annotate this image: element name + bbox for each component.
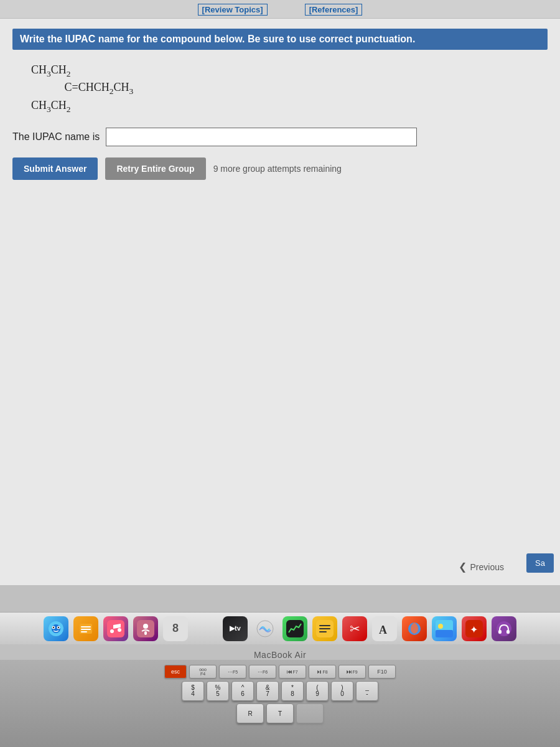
submit-answer-button[interactable]: Submit Answer [12, 157, 98, 180]
firefox-icon[interactable] [402, 616, 427, 641]
headphones-icon[interactable] [492, 616, 516, 641]
apple-tv-icon[interactable]: ▶tv [223, 616, 248, 641]
svg-rect-26 [436, 630, 453, 637]
svg-rect-7 [81, 626, 91, 627]
key-f6[interactable]: ⋯F6 [249, 665, 276, 679]
svg-rect-8 [81, 629, 91, 630]
taskbar: 8 ▶tv ✂ A [0, 612, 560, 644]
podcast-icon[interactable] [133, 616, 158, 641]
svg-text:A: A [379, 624, 387, 636]
notification-center-icon[interactable]: 8 [163, 616, 188, 641]
compound-structure: CH3CH2 C=CHCH2CH3 CH3CH2 [31, 62, 548, 115]
key-f9[interactable]: ⏭F9 [338, 665, 366, 679]
key-f8[interactable]: ⏯F8 [309, 665, 336, 679]
scissors-icon[interactable]: ✂ [342, 616, 367, 641]
svg-point-27 [438, 624, 443, 629]
wallpaper-icon[interactable] [432, 616, 457, 641]
iupac-label-text: The IUPAC name is [12, 131, 100, 143]
question-header: Write the IUPAC name for the compound be… [12, 29, 548, 50]
key-minus[interactable]: _ - [356, 681, 378, 701]
number-row: $ 4 % 5 ^ 6 & 7 * 8 ( 9 ) 0 _ - [12, 681, 548, 701]
key-4[interactable]: $ 4 [182, 681, 204, 701]
key-y[interactable] [296, 703, 324, 723]
separator1 [193, 616, 218, 641]
key-f10[interactable]: F10 [368, 665, 396, 679]
svg-point-5 [58, 626, 59, 627]
macbook-label: MacBook Air [0, 650, 560, 660]
svg-rect-20 [319, 628, 330, 629]
finder-icon[interactable] [44, 616, 68, 641]
key-f5[interactable]: ⋯F5 [219, 665, 246, 679]
svg-rect-32 [506, 630, 510, 634]
retry-entire-group-button[interactable]: Retry Entire Group [105, 157, 205, 180]
review-topics-link[interactable]: [Review Topics] [198, 4, 268, 16]
siri-icon[interactable] [253, 616, 278, 641]
references-link[interactable]: [References] [305, 4, 363, 16]
svg-rect-31 [498, 630, 502, 634]
fn-key-row: esc oooF4 ⋯F5 ⋯F6 ⏮F7 ⏯F8 ⏭F9 F10 [12, 665, 548, 679]
svg-rect-15 [144, 631, 147, 635]
svg-point-11 [110, 629, 114, 633]
key-f4[interactable]: oooF4 [189, 665, 217, 679]
music-app-icon[interactable] [103, 616, 128, 641]
svg-point-30 [497, 621, 511, 636]
iupac-label-row: The IUPAC name is [12, 128, 548, 146]
key-f7[interactable]: ⏮F7 [279, 665, 306, 679]
buttons-row: Submit Answer Retry Entire Group 9 more … [12, 157, 548, 180]
key-5[interactable]: % 5 [207, 681, 229, 701]
content-area: Write the IUPAC name for the compound be… [0, 19, 560, 585]
stocks-icon[interactable] [282, 616, 307, 641]
key-r[interactable]: R [236, 703, 264, 723]
svg-rect-21 [319, 631, 327, 632]
key-6[interactable]: ^ 6 [231, 681, 254, 701]
keyboard: esc oooF4 ⋯F5 ⋯F6 ⏮F7 ⏯F8 ⏭F9 F10 $ 4 % … [0, 660, 560, 747]
red-app-icon[interactable]: ✦ [462, 616, 487, 641]
key-0[interactable]: ) 0 [331, 681, 353, 701]
svg-text:✦: ✦ [470, 624, 478, 635]
compound-line1: CH3CH2 [31, 62, 548, 80]
key-8[interactable]: * 8 [281, 681, 304, 701]
previous-button[interactable]: Previous [470, 562, 504, 572]
iupac-name-input[interactable] [106, 128, 417, 146]
key-7[interactable]: & 7 [256, 681, 279, 701]
key-9[interactable]: ( 9 [306, 681, 329, 701]
save-button[interactable]: Sa [526, 553, 554, 573]
svg-point-12 [118, 628, 121, 632]
font-book-icon[interactable]: A [372, 616, 397, 641]
svg-point-4 [53, 626, 54, 627]
letter-row: R T [12, 703, 548, 723]
svg-point-14 [143, 624, 148, 629]
attempts-remaining-text: 9 more group attempts remaining [213, 164, 342, 174]
notes-icon[interactable] [312, 616, 337, 641]
key-esc[interactable]: esc [164, 665, 187, 679]
svg-rect-19 [319, 625, 330, 626]
compound-line2: C=CHCH2CH3 [56, 80, 548, 97]
files-icon[interactable] [73, 616, 98, 641]
svg-rect-10 [107, 620, 124, 637]
screen: [Review Topics] [References] Write the I… [0, 0, 560, 585]
compound-line3: CH3CH2 [31, 98, 548, 115]
svg-rect-9 [81, 631, 87, 632]
key-t[interactable]: T [266, 703, 294, 723]
top-bar: [Review Topics] [References] [0, 0, 560, 19]
